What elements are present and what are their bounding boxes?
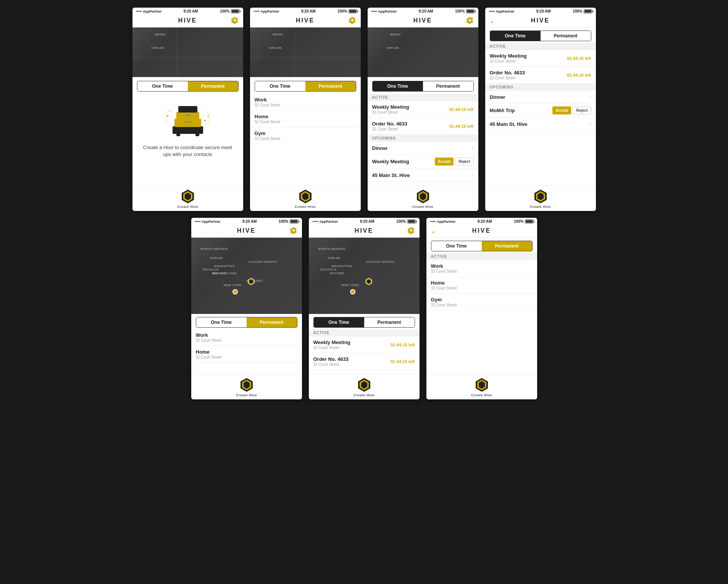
list-item-7b[interactable]: Home 32 Court Street	[426, 277, 537, 294]
chevron-down-icon[interactable]: ⌄	[490, 18, 494, 24]
bottom-nav: Create Hive	[132, 185, 243, 211]
create-hive-label-4: Create Hive	[530, 205, 551, 209]
upcoming-item[interactable]: 45 Main St. Hive ›	[368, 169, 478, 182]
svg-rect-0	[173, 126, 203, 134]
upcoming-item-4a[interactable]: Dinner ›	[485, 91, 596, 103]
chevron-right-icon-4a: ›	[589, 94, 591, 100]
active-item[interactable]: Order No. 4633 32 Court Street 01:44:15 …	[368, 118, 478, 135]
status-battery: 100%	[220, 9, 239, 13]
map-area: BRONX HARLEM	[132, 27, 243, 77]
toggle-one-time-4[interactable]: One Time	[490, 31, 541, 41]
status-bar-2: ••••• AppPartner 9:20 AM 100%	[250, 8, 361, 15]
map-label-bronx: BRONX	[155, 33, 166, 36]
toggle-one-time-5[interactable]: One Time	[196, 317, 247, 327]
timer-6b: 01:44:15 left	[391, 359, 415, 364]
bottom-nav-5: Create Hive	[191, 374, 302, 399]
hive-hex-icon-7[interactable]	[475, 377, 489, 393]
active-item-6b[interactable]: Order No. 4633 32 Court Street 01:44:15 …	[309, 353, 420, 370]
hive-hex-icon-2[interactable]	[299, 189, 312, 204]
active-item-4b[interactable]: Order No. 4633 32 Court Street 01:44:15 …	[485, 67, 596, 84]
toggle-permanent-2[interactable]: Permanent	[305, 81, 356, 91]
toggle-one-time-6[interactable]: One Time	[314, 317, 364, 327]
svg-rect-5	[185, 114, 190, 116]
hex-pin	[248, 278, 255, 285]
section-upcoming-4: UPCOMING	[485, 84, 596, 91]
svg-rect-7	[195, 133, 199, 136]
toggle-permanent-3[interactable]: Permanent	[423, 81, 473, 91]
app-header-2: HIVE	[250, 15, 361, 27]
screen-5: ••••• AppPartner 9:20 AM 100% HIVE North…	[191, 218, 302, 399]
upcoming-item[interactable]: Dinner ›	[368, 142, 478, 154]
reject-button[interactable]: Reject	[455, 158, 473, 166]
toggle-permanent-4[interactable]: Permanent	[541, 31, 591, 41]
section-active-6: ACTIVE	[309, 329, 420, 336]
toggle-one-time-2[interactable]: One Time	[255, 81, 305, 91]
svg-rect-6	[176, 133, 180, 136]
screen-1: ••••• AppPartner 9:20 AM 100% HIVE BR	[132, 8, 243, 211]
upcoming-item-4b[interactable]: MoMA Trip Accept Reject	[485, 103, 596, 118]
app-header: HIVE	[132, 15, 243, 27]
accept-button[interactable]: Accept	[435, 158, 454, 166]
hive-hex-icon[interactable]	[181, 189, 195, 204]
gear-icon[interactable]	[231, 16, 239, 26]
list-item-sub: 32 Court Street	[255, 103, 281, 107]
list-item-5b[interactable]: Home 32 Court Street	[191, 346, 302, 363]
reject-button-4[interactable]: Reject	[573, 106, 591, 114]
bottom-nav-6: Create Hive	[309, 374, 420, 399]
app-header-4: ⌄ HIVE	[485, 15, 596, 27]
map-area-6: North Bergen HARLEM MANHATTAN Secaucus M…	[309, 238, 420, 314]
toggle-permanent-6[interactable]: Permanent	[364, 317, 415, 327]
list-item-7a[interactable]: Work 32 Court Street	[426, 260, 537, 277]
toggle-bar-3: One Time Permanent	[372, 81, 474, 92]
section-active: ACTIVE	[368, 94, 478, 101]
chevron-down-icon-7[interactable]: ⌄	[431, 228, 436, 234]
map-area-5: North Bergen HARLEM MANHATTAN Secaucus H…	[191, 238, 302, 314]
active-item[interactable]: Weekly Meeting 32 Court Street 01:44:15 …	[368, 101, 478, 118]
list-item-7c[interactable]: Gym 32 Court Street	[426, 294, 537, 311]
upcoming-item[interactable]: Weekly Meeting Accept Reject	[368, 154, 478, 169]
gear-icon-5[interactable]	[290, 227, 297, 236]
toggle-one-time[interactable]: One Time	[137, 81, 188, 91]
empty-state-text: Create a Hive to coordinate secure meet …	[140, 144, 236, 158]
toggle-bar-6: One Time Permanent	[313, 317, 415, 328]
list-item[interactable]: Home 32 Court Street	[250, 111, 361, 127]
hive-hex-icon-5[interactable]	[240, 377, 253, 393]
create-hive-label-5: Create Hive	[236, 393, 257, 397]
active-item-4[interactable]: Weekly Meeting 32 Court Street 01:44:15 …	[485, 50, 596, 67]
timer: 01:44:15 left	[449, 124, 474, 129]
toggle-permanent-7[interactable]: Permanent	[482, 241, 532, 251]
app-header-3: HIVE	[368, 15, 478, 27]
active-item-6a[interactable]: Weekly Meeting 32 Court Street 01:44:15 …	[309, 336, 420, 353]
app-header-7: ⌄ HIVE	[426, 225, 537, 238]
hive-hex-icon-6[interactable]	[357, 377, 371, 393]
toggle-one-time-7[interactable]: One Time	[431, 241, 482, 251]
svg-point-11	[207, 116, 208, 117]
onetime-list-3: ACTIVE Weekly Meeting 32 Court Street 01…	[368, 94, 478, 185]
toggle-bar-2: One Time Permanent	[255, 81, 356, 92]
screen-7: ••••• AppPartner 9:20 AM 100% ⌄ HIVE One…	[426, 218, 537, 399]
hive-hex-icon-3[interactable]	[416, 189, 430, 204]
list-item-5a[interactable]: Work 32 Court Street	[191, 329, 302, 346]
toggle-permanent[interactable]: Permanent	[188, 81, 238, 91]
toggle-permanent-5[interactable]: Permanent	[247, 317, 297, 327]
toggle-bar: One Time Permanent	[137, 81, 239, 92]
list-item[interactable]: Work 32 Court Street	[250, 94, 361, 111]
map-background: BRONX HARLEM	[132, 27, 243, 77]
app-header-5: HIVE	[191, 225, 302, 238]
gear-icon-2[interactable]	[349, 16, 356, 26]
list-item[interactable]: Gym 32 Court Street	[250, 127, 361, 144]
toggle-bar-7: One Time Permanent	[431, 241, 533, 251]
chevron-right-icon-4c: ›	[589, 121, 591, 127]
create-hive-label: Create Hive	[177, 205, 198, 209]
status-time-2: 9:20 AM	[301, 9, 316, 13]
create-hive-label-3: Create Hive	[412, 205, 433, 209]
toggle-bar-4: One Time Permanent	[490, 31, 591, 41]
toggle-one-time-3[interactable]: One Time	[373, 81, 423, 91]
onetime-list-6: ACTIVE Weekly Meeting 32 Court Street 01…	[309, 329, 420, 374]
hive-hex-icon-4[interactable]	[534, 189, 547, 204]
accept-button-4[interactable]: Accept	[552, 106, 571, 114]
gear-icon-3[interactable]	[466, 16, 474, 26]
bottom-nav-2: Create Hive	[250, 185, 361, 211]
upcoming-item-4c[interactable]: 45 Main St. Hive ›	[485, 118, 596, 130]
gear-icon-6[interactable]	[407, 227, 415, 236]
